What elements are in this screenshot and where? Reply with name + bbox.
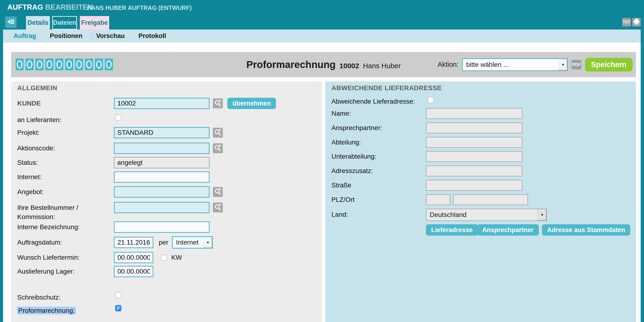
auslieferung-lager-label: Auslieferung Lager: bbox=[17, 268, 75, 276]
schreibschutz-label: Schreibschutz: bbox=[17, 294, 61, 302]
circle-icon bbox=[96, 60, 102, 68]
aktionscode-label: Aktionscode: bbox=[17, 144, 55, 152]
proformarechnung-label: Proformarechnung: bbox=[17, 307, 76, 315]
record-nav-button[interactable] bbox=[45, 58, 54, 71]
angebot-label: Angebot: bbox=[17, 188, 44, 196]
record-nav-button[interactable] bbox=[65, 58, 74, 71]
chevron-down-icon: ▼ bbox=[204, 237, 212, 248]
circle-icon bbox=[106, 60, 112, 68]
subnav-item-vorschau[interactable]: Vorschau bbox=[96, 32, 125, 40]
subnav-item-positionen[interactable]: Positionen bbox=[50, 32, 82, 40]
pdf-button[interactable]: PDF bbox=[572, 60, 582, 69]
action-select[interactable]: bitte wählen ... ▼ bbox=[462, 58, 568, 71]
auslieferung-lager-input[interactable] bbox=[114, 266, 153, 277]
document-number: 10002 bbox=[340, 62, 359, 70]
name-label: Name: bbox=[332, 109, 351, 118]
abteilung-input[interactable] bbox=[426, 137, 522, 148]
uebernehmen-button[interactable]: übernehmen bbox=[227, 98, 276, 109]
status-input bbox=[114, 157, 210, 168]
document-toolbar: Proformarechnung 10002 Hans Huber Aktion… bbox=[11, 52, 636, 77]
circle-icon bbox=[66, 60, 72, 68]
kunde-search-button[interactable] bbox=[213, 98, 223, 108]
record-nav-button[interactable] bbox=[85, 58, 93, 71]
strasse-label: Straße bbox=[332, 181, 351, 189]
strasse-input[interactable] bbox=[426, 180, 522, 191]
record-nav-button[interactable] bbox=[55, 58, 64, 71]
proformarechnung-checkbox[interactable] bbox=[115, 305, 122, 311]
document-title-group: Proformarechnung 10002 Hans Huber bbox=[246, 52, 401, 77]
angebot-search-button[interactable] bbox=[213, 187, 223, 197]
schreibschutz-checkbox[interactable] bbox=[115, 292, 122, 298]
circle-icon bbox=[56, 60, 62, 68]
wunsch-liefertermin-input[interactable] bbox=[114, 252, 153, 263]
print-button[interactable] bbox=[632, 18, 641, 26]
interne-bezeichnung-input[interactable] bbox=[114, 221, 210, 233]
kw-label: KW bbox=[171, 254, 182, 262]
unterabteilung-input[interactable] bbox=[426, 151, 522, 162]
tab-freigabe[interactable]: Freigabe bbox=[80, 16, 109, 29]
save-button[interactable]: Speichern bbox=[585, 58, 633, 71]
projekt-search-button[interactable] bbox=[213, 128, 223, 138]
internet-label: Internet: bbox=[17, 173, 42, 181]
record-nav-button[interactable] bbox=[25, 58, 34, 71]
page-title-mode: BEARBEITEN bbox=[45, 3, 93, 11]
bestellnummer-input[interactable] bbox=[114, 202, 210, 213]
panel-delivery-address: ABWEICHENDE LIEFERADRESSE Abweichende Li… bbox=[325, 81, 636, 322]
tab-details[interactable]: Details bbox=[26, 16, 50, 29]
circle-icon bbox=[86, 60, 92, 68]
record-nav-button[interactable] bbox=[75, 58, 84, 71]
panel-general-heading: ALLGEMEIN bbox=[17, 84, 57, 92]
per-select-value: Internet bbox=[173, 239, 204, 246]
plz-input[interactable] bbox=[426, 194, 450, 205]
projekt-label: Projekt: bbox=[17, 129, 40, 137]
kw-checkbox[interactable] bbox=[161, 255, 167, 261]
subnav-item-auftrag[interactable]: Auftrag bbox=[14, 32, 36, 40]
subnav-item-protokoll[interactable]: Protokoll bbox=[138, 32, 166, 40]
circle-icon bbox=[76, 60, 82, 68]
abweichende-lieferadresse-checkbox[interactable] bbox=[428, 97, 434, 103]
auftragsdatum-input[interactable] bbox=[114, 237, 153, 248]
auftragsdatum-label: Auftragsdatum: bbox=[17, 238, 62, 247]
lieferadresse-button[interactable]: Lieferadresse bbox=[426, 224, 478, 236]
page-title-app: AUFTRAG bbox=[7, 3, 43, 11]
plz-ort-label: PLZ/Ort bbox=[332, 196, 354, 204]
txt-export-button[interactable]: TXT bbox=[622, 18, 631, 26]
bestellnummer-search-button[interactable] bbox=[213, 203, 223, 213]
adresszusatz-label: Adresszusatz: bbox=[332, 167, 373, 175]
status-label: Status: bbox=[17, 159, 38, 167]
document-type: Proformarechnung bbox=[246, 59, 336, 70]
wunsch-liefertermin-label: Wunsch Liefertermin: bbox=[17, 254, 80, 262]
internet-input[interactable] bbox=[114, 171, 210, 183]
right-edge-stripe bbox=[641, 0, 644, 322]
ort-input[interactable] bbox=[453, 194, 528, 205]
proformarechnung-label-text: Proformarechnung: bbox=[17, 307, 76, 315]
search-plus-icon bbox=[214, 144, 222, 152]
record-nav-button[interactable] bbox=[105, 58, 113, 71]
printer-icon bbox=[633, 18, 640, 26]
search-plus-icon bbox=[214, 188, 222, 196]
kunde-input[interactable] bbox=[114, 98, 210, 109]
record-nav-button[interactable] bbox=[35, 58, 44, 71]
collapse-sidebar-button[interactable] bbox=[5, 16, 16, 28]
unterabteilung-label: Unterabteilung: bbox=[332, 152, 376, 161]
an-lieferanten-checkbox[interactable] bbox=[115, 114, 122, 121]
kunde-label: KUNDE bbox=[17, 99, 41, 107]
name-input[interactable] bbox=[426, 108, 522, 119]
adresszusatz-input[interactable] bbox=[426, 165, 522, 176]
record-nav-button[interactable] bbox=[15, 58, 24, 71]
adresse-aus-stammdaten-button[interactable]: Adresse aus Stammdaten bbox=[542, 224, 630, 236]
angebot-input[interactable] bbox=[114, 186, 210, 198]
ansprechpartner-input[interactable] bbox=[426, 122, 522, 133]
projekt-input[interactable] bbox=[114, 127, 210, 138]
action-group: Aktion: bitte wählen ... ▼ PDF Speichern bbox=[438, 52, 633, 77]
per-select[interactable]: Internet ▼ bbox=[172, 236, 213, 249]
aktionscode-input[interactable] bbox=[114, 143, 210, 154]
search-plus-icon bbox=[214, 203, 222, 212]
record-nav-button[interactable] bbox=[95, 58, 103, 71]
aktionscode-search-button[interactable] bbox=[213, 143, 223, 153]
ansprechpartner-button[interactable]: Ansprechpartner bbox=[477, 224, 539, 236]
interne-bezeichnung-label: Interne Bezeichnung: bbox=[17, 223, 80, 231]
land-select[interactable]: Deutschland ▼ bbox=[426, 209, 547, 221]
tab-dateien[interactable]: Dateien bbox=[52, 16, 77, 29]
bestellnummer-label-line2: Kommission: bbox=[17, 213, 78, 221]
